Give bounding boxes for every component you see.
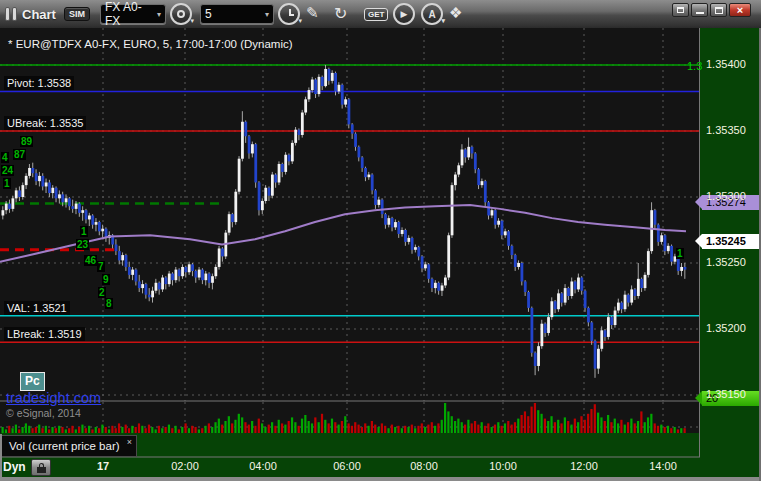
volume-bar (38, 425, 40, 433)
candle-body (248, 136, 251, 153)
candle-body (344, 99, 347, 104)
volume-bar (654, 423, 656, 433)
lock-button[interactable] (31, 459, 51, 476)
bar-number-annotation: 87 (13, 149, 26, 160)
candle-body (361, 157, 364, 168)
candle-body (75, 204, 78, 209)
volume-bar (474, 421, 476, 433)
volume-bar (637, 421, 639, 433)
restore-window-button[interactable] (672, 3, 689, 17)
symbol-combo[interactable]: FX A0-FX ▾ (100, 4, 166, 24)
refresh-icon: ↻ (334, 5, 347, 22)
volume-bar (95, 427, 97, 433)
candle-body (447, 235, 450, 277)
volume-bar (2, 427, 4, 433)
volume-bar (204, 426, 206, 433)
volume-bar (78, 427, 80, 433)
candle-body (431, 279, 434, 288)
volume-bar (411, 425, 413, 433)
candle-body (624, 295, 627, 310)
volume-bar (367, 426, 369, 433)
volume-bar (288, 421, 290, 433)
volume-bar (594, 404, 596, 433)
volume-bar (65, 429, 67, 433)
candle-body (580, 278, 583, 291)
candle-body (11, 198, 14, 209)
candle-body (138, 281, 141, 288)
candle-body (121, 255, 124, 260)
volume-bar (165, 427, 167, 433)
candle-body (221, 248, 224, 256)
volume-bar (680, 428, 682, 433)
volume-bar (11, 428, 13, 433)
volume-bar (224, 421, 226, 433)
volume-bar (461, 422, 463, 433)
candle-body (125, 255, 128, 267)
candle-body (527, 292, 530, 308)
time-interval-button[interactable]: ▾ (278, 3, 300, 25)
candle-body (640, 279, 643, 288)
last-price-tag: 1.35245 (702, 234, 761, 249)
tab-volume-study[interactable]: Vol (current price bar) × (1, 435, 137, 457)
candle-body (234, 192, 237, 222)
volume-bar (121, 427, 123, 433)
candle-body (417, 247, 420, 256)
play-button[interactable]: ▶ (393, 3, 415, 25)
volume-bar (48, 429, 50, 433)
candle-body (168, 274, 171, 285)
titlebar: Chart SIM FX A0-FX ▾ ▾ 5 ▾ ▾ ✎ ↻ GET ▶ (0, 0, 761, 28)
bar-number-annotation: 89 (20, 136, 33, 147)
close-window-button[interactable]: × (729, 3, 751, 17)
interval-combo[interactable]: 5 ▾ (200, 4, 274, 24)
candle-body (158, 283, 161, 290)
candle-body (71, 206, 74, 209)
candle-body (284, 155, 287, 172)
candle-body (98, 222, 101, 231)
tradesight-link[interactable]: tradesight.com (6, 390, 101, 406)
candle-body (437, 283, 440, 291)
volume-bar (507, 421, 509, 433)
candle-body (311, 80, 314, 91)
volume-bar (118, 423, 120, 433)
candle-body (657, 225, 660, 242)
candle-body (21, 185, 24, 197)
volume-bar (244, 422, 246, 433)
volume-bar (238, 414, 240, 433)
chart-header: * EUR@TDFX A0-FX, EURO, 5, 17:00-17:00 (… (8, 38, 293, 50)
chart-settings-button[interactable]: ▾ (170, 3, 192, 25)
get-data-button[interactable]: GET (364, 8, 388, 21)
volume-bar (457, 419, 459, 433)
candle-body (298, 130, 301, 135)
chart-canvas (0, 28, 761, 481)
volume-bar (600, 417, 602, 433)
minimize-window-button[interactable] (691, 3, 708, 17)
candle-body (524, 281, 527, 292)
candle-body (650, 210, 653, 251)
candle-body (145, 284, 148, 295)
candle-body (584, 291, 587, 308)
candle-body (141, 284, 144, 288)
chevron-down-icon: ▾ (190, 17, 194, 25)
volume-bar (81, 425, 83, 433)
candle-body (594, 341, 597, 369)
close-icon[interactable]: × (127, 437, 132, 447)
volume-bar (597, 413, 599, 433)
volume-bar (647, 417, 649, 433)
volume-bar (487, 423, 489, 433)
time-tick-label: 06:00 (333, 460, 361, 472)
draw-button[interactable]: ✎ (306, 4, 319, 22)
pencil-icon: ✎ (306, 4, 319, 21)
autoscale-button[interactable]: A ▾ (421, 3, 443, 25)
volume-bar (517, 419, 519, 433)
link-button[interactable]: ❖ (449, 4, 462, 22)
volume-bar (201, 428, 203, 433)
maximize-window-button[interactable] (710, 3, 727, 17)
volume-bar (334, 422, 336, 433)
volume-bar (148, 425, 150, 433)
bar-number-annotation: 24 (1, 165, 14, 176)
volume-bar (471, 423, 473, 433)
reload-button[interactable]: ↻ (334, 4, 347, 23)
candle-body (471, 147, 474, 154)
candle-body (65, 198, 68, 202)
time-tick-label: 08:00 (410, 460, 438, 472)
